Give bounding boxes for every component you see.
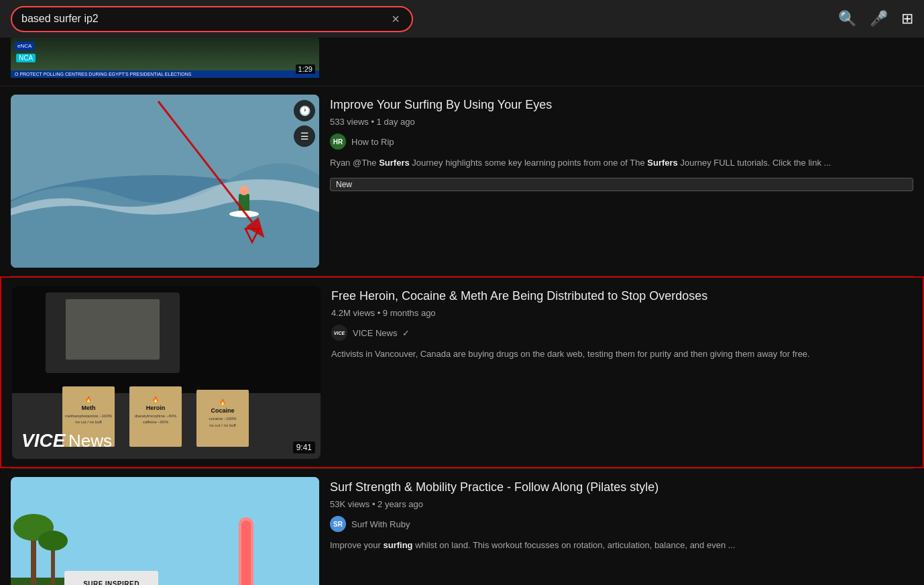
thumb-strength-bg: SURF INSPIRED PILATES STRENGTH & MOBILIT… [11, 477, 319, 585]
video-description-surfing: Ryan @The Surfers Journey highlights som… [330, 156, 913, 170]
channel-name-surf-strength[interactable]: Surf With Ruby [351, 519, 410, 529]
topbar-icons: 🔍 🎤 ⊞ [838, 10, 913, 28]
add-to-queue-icon[interactable]: ☰ [294, 125, 315, 147]
channel-avatar-vice: VICE [331, 325, 347, 341]
age-surfing: 1 day ago [377, 117, 415, 127]
news-ticker: O PROTECT POLLING CENTRES DURING EGYPT'S… [11, 70, 319, 78]
channel-name-vice[interactable]: VICE News [353, 328, 397, 338]
video-description-surf-strength: Improve your surfing whilst on land. Thi… [330, 539, 913, 552]
age-vice: 9 months ago [383, 308, 436, 318]
view-count-surfing: 533 views [330, 117, 369, 127]
svg-text:Cocaine: Cocaine [211, 407, 234, 414]
svg-point-4 [229, 211, 259, 217]
view-count-vice: 4.2M views [331, 308, 375, 318]
enca-label: eNCA [15, 42, 34, 50]
age-surf-strength: 2 years ago [378, 499, 423, 509]
svg-rect-29 [11, 477, 319, 585]
video-info-surfing: Improve Your Surfing By Using Your Eyes … [330, 95, 913, 268]
video-item-partial-news[interactable]: eNCA NCA O PROTECT POLLING CENTRES DURIN… [0, 38, 924, 87]
thumbnail-surf-strength: SURF INSPIRED PILATES STRENGTH & MOBILIT… [11, 477, 319, 585]
channel-avatar-ruby: SR [330, 516, 346, 532]
thumb-surf-bg [11, 95, 319, 268]
search-box[interactable]: × [11, 6, 413, 32]
topbar: × 🔍 🎤 ⊞ [0, 0, 924, 38]
channel-initials-surfing: HR [333, 138, 343, 146]
svg-point-3 [239, 186, 249, 195]
video-title-surfing[interactable]: Improve Your Surfing By Using Your Eyes [330, 97, 913, 113]
svg-text:Heroin: Heroin [146, 405, 166, 411]
add-video-icon[interactable]: ⊞ [901, 10, 913, 28]
new-badge: New [330, 178, 913, 191]
video-meta-vice: 4.2M views • 9 months ago [331, 308, 912, 318]
channel-avatar-surfing: HR [330, 134, 346, 150]
svg-text:no cut / no buff: no cut / no buff [209, 423, 236, 427]
channel-row-surfing: HR How to Rip [330, 134, 913, 150]
thumbnail-vice: 🔥 Meth methamphetamine ~100% no cut / no… [12, 286, 321, 459]
video-title-surf-strength[interactable]: Surf Strength & Mobility Practice - Foll… [330, 480, 913, 495]
video-meta-surf-strength: 53K views • 2 years ago [330, 499, 913, 509]
svg-point-34 [38, 531, 68, 551]
svg-text:🔥: 🔥 [152, 396, 159, 403]
duration-badge-partial: 1:29 [296, 64, 315, 74]
svg-text:SURF INSPIRED: SURF INSPIRED [83, 580, 139, 585]
svg-text:🔥: 🔥 [85, 396, 92, 403]
channel-name-surfing[interactable]: How to Rip [351, 137, 394, 147]
nca-badge: NCA [16, 54, 36, 62]
video-item-surfing-eyes[interactable]: 🕐 ☰ Improve Your Surfing By Using Your E… [0, 87, 924, 276]
thumbnail-surfing: 🕐 ☰ [11, 95, 319, 268]
search-icon[interactable]: 🔍 [838, 10, 856, 28]
video-info-vice: Free Heroin, Cocaine & Meth Are Being Di… [331, 286, 912, 459]
search-results: eNCA NCA O PROTECT POLLING CENTRES DURIN… [0, 38, 924, 585]
video-item-surf-strength[interactable]: SURF INSPIRED PILATES STRENGTH & MOBILIT… [0, 469, 924, 585]
search-input[interactable] [21, 13, 389, 25]
svg-text:no cut / no buff: no cut / no buff [75, 420, 102, 424]
video-meta-surfing: 533 views • 1 day ago [330, 117, 913, 127]
svg-text:VICE: VICE [21, 430, 66, 451]
video-info-surf-strength: Surf Strength & Mobility Practice - Foll… [330, 477, 913, 585]
svg-text:caffeine ~60%: caffeine ~60% [143, 420, 169, 424]
mic-icon[interactable]: 🎤 [870, 10, 888, 28]
surf-strength-scene: SURF INSPIRED PILATES STRENGTH & MOBILIT… [11, 477, 319, 585]
channel-row-vice: VICE VICE News ✓ [331, 325, 912, 341]
svg-text:Meth: Meth [82, 405, 96, 411]
watch-later-icon[interactable]: 🕐 [294, 100, 315, 121]
thumb-vice-bg: 🔥 Meth methamphetamine ~100% no cut / no… [12, 286, 321, 459]
thumbnail-partial: eNCA NCA O PROTECT POLLING CENTRES DURIN… [11, 38, 319, 78]
svg-rect-11 [66, 299, 160, 360]
svg-text:methamphetamine ~100%: methamphetamine ~100% [65, 414, 113, 418]
duration-badge-vice: 9:41 [293, 441, 315, 454]
video-item-vice[interactable]: 🔥 Meth methamphetamine ~100% no cut / no… [0, 276, 924, 468]
svg-rect-36 [241, 521, 251, 585]
search-clear-button[interactable]: × [389, 11, 402, 27]
svg-text:cocaine ~100%: cocaine ~100% [209, 417, 237, 421]
svg-text:News: News [68, 431, 112, 451]
view-count-surf-strength: 53K views [330, 499, 369, 509]
video-description-vice: Activists in Vancouver, Canada are buyin… [331, 348, 912, 361]
video-title-vice[interactable]: Free Heroin, Cocaine & Meth Are Being Di… [331, 288, 912, 304]
verified-icon: ✓ [402, 328, 410, 338]
channel-row-surf-strength: SR Surf With Ruby [330, 516, 913, 532]
vice-scene: 🔥 Meth methamphetamine ~100% no cut / no… [12, 286, 321, 459]
svg-text:diacetylmorphine ~40%: diacetylmorphine ~40% [135, 414, 177, 418]
thumb-side-icons: 🕐 ☰ [294, 100, 315, 147]
svg-text:🔥: 🔥 [219, 398, 226, 405]
